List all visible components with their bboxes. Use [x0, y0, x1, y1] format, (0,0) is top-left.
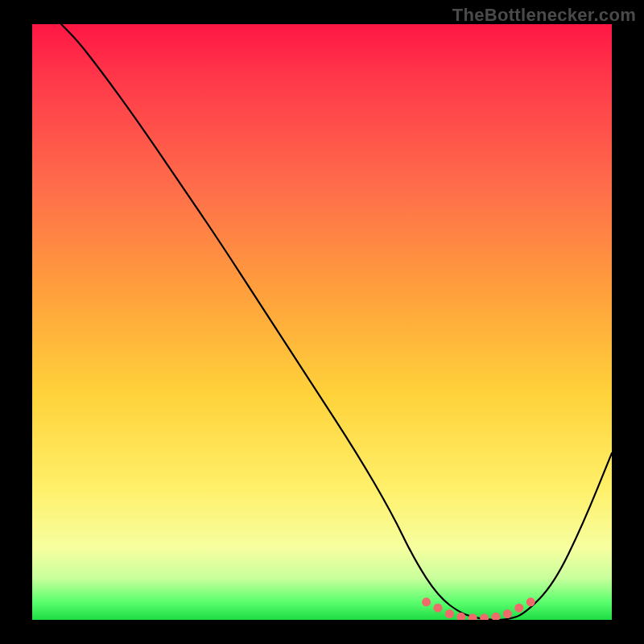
plot-area: [32, 24, 612, 620]
chart-frame: TheBottlenecker.com: [0, 0, 644, 644]
curve-svg: [32, 24, 612, 620]
highlight-marker: [514, 604, 523, 613]
highlight-marker: [503, 609, 512, 618]
highlight-marker: [469, 613, 477, 620]
highlight-marker: [422, 597, 431, 606]
watermark-text: TheBottlenecker.com: [452, 5, 636, 26]
highlight-marker: [434, 604, 443, 613]
highlight-marker: [480, 613, 489, 620]
highlight-marker: [526, 597, 535, 606]
highlight-marker: [492, 613, 501, 620]
bottleneck-curve: [61, 24, 612, 620]
highlight-marker: [445, 609, 454, 618]
